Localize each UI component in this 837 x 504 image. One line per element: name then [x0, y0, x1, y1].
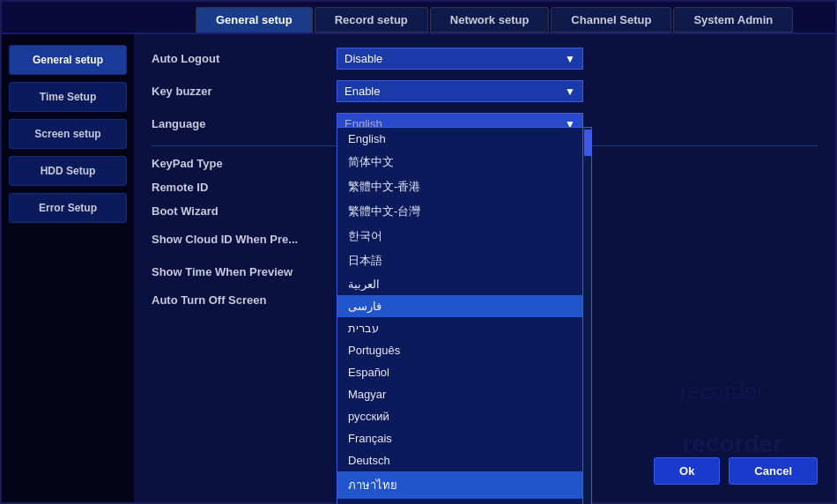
main-window: General setupRecord setupNetwork setupCh… — [0, 0, 837, 504]
field-label: Remote ID — [152, 181, 337, 194]
language-dropdown[interactable]: English简体中文繁體中文-香港繁體中文-台灣한국어日本語العربيةفا… — [337, 127, 592, 504]
sidebar-item-screen-setup[interactable]: Screen setup — [9, 119, 127, 149]
sidebar: General setupTime SetupScreen setupHDD S… — [2, 34, 134, 502]
dropdown-item[interactable]: 简体中文 — [337, 150, 591, 174]
dropdown-item[interactable]: Português — [337, 339, 591, 361]
dropdown-item[interactable]: English — [337, 128, 591, 150]
sidebar-item-error-setup[interactable]: Error Setup — [9, 193, 127, 223]
chevron-down-icon: ▼ — [565, 85, 575, 98]
chevron-down-icon: ▼ — [565, 53, 575, 65]
content-panel: Auto LogoutDisable▼Key buzzerEnable▼Lang… — [134, 34, 835, 502]
field-label: Language — [152, 117, 337, 130]
top-nav: General setupRecord setupNetwork setupCh… — [2, 2, 835, 34]
scrollbar-thumb — [584, 130, 591, 156]
dropdown-item[interactable]: Deutsch — [337, 449, 591, 471]
select-value: Disable — [344, 52, 382, 65]
dropdown-item[interactable]: русский — [337, 499, 591, 504]
dropdown-item[interactable]: 繁體中文-香港 — [337, 174, 591, 199]
dropdown-item[interactable]: العربية — [337, 273, 591, 295]
dropdown-item[interactable]: Español — [337, 361, 591, 383]
select-value: Enable — [344, 85, 380, 98]
dropdown-item[interactable]: עברית — [337, 317, 591, 339]
dropdown-item[interactable]: فارسی — [337, 295, 591, 317]
form-row: Auto LogoutDisable▼ — [152, 48, 818, 70]
field-label: Show Time When Preview — [152, 265, 337, 278]
sidebar-item-general-setup[interactable]: General setup — [9, 45, 127, 75]
dropdown-item[interactable]: Magyar — [337, 383, 591, 405]
field-select[interactable]: Enable▼ — [337, 80, 583, 102]
main-area: General setupTime SetupScreen setupHDD S… — [2, 34, 835, 502]
field-label: KeyPad Type — [152, 157, 337, 170]
field-label: Auto Turn Off Screen — [152, 293, 337, 307]
watermark2: recorder — [679, 378, 765, 405]
nav-tab-general-setup[interactable]: General setup — [196, 7, 313, 33]
cancel-button[interactable]: Cancel — [729, 457, 818, 485]
field-select[interactable]: Disable▼ — [337, 48, 583, 70]
dropdown-item[interactable]: русский — [337, 405, 591, 427]
nav-tab-record-setup[interactable]: Record setup — [315, 7, 428, 33]
nav-tab-network-setup[interactable]: Network setup — [430, 7, 550, 33]
field-label: Auto Logout — [152, 52, 337, 65]
dropdown-scrollbar[interactable] — [582, 128, 591, 504]
field-label: Show Cloud ID When Pre... — [152, 233, 337, 246]
ok-button[interactable]: Ok — [654, 457, 720, 485]
dropdown-item[interactable]: Français — [337, 427, 591, 449]
dropdown-item[interactable]: 繁體中文-台灣 — [337, 199, 591, 224]
sidebar-item-time-setup[interactable]: Time Setup — [9, 82, 127, 112]
dropdown-item[interactable]: ภาษาไทย — [337, 471, 591, 499]
dropdown-item[interactable]: 日本語 — [337, 248, 591, 273]
field-label: Key buzzer — [152, 85, 337, 98]
form-row: Key buzzerEnable▼ — [152, 80, 818, 102]
nav-tab-channel-setup[interactable]: Channel Setup — [551, 7, 671, 33]
sidebar-item-hdd-setup[interactable]: HDD Setup — [9, 156, 127, 186]
nav-tab-system-admin[interactable]: System Admin — [673, 7, 793, 33]
dropdown-item[interactable]: 한국어 — [337, 224, 591, 248]
button-row: Ok Cancel — [654, 457, 818, 485]
watermark: recorder — [682, 430, 782, 458]
field-label: Boot Wizard — [152, 204, 337, 218]
